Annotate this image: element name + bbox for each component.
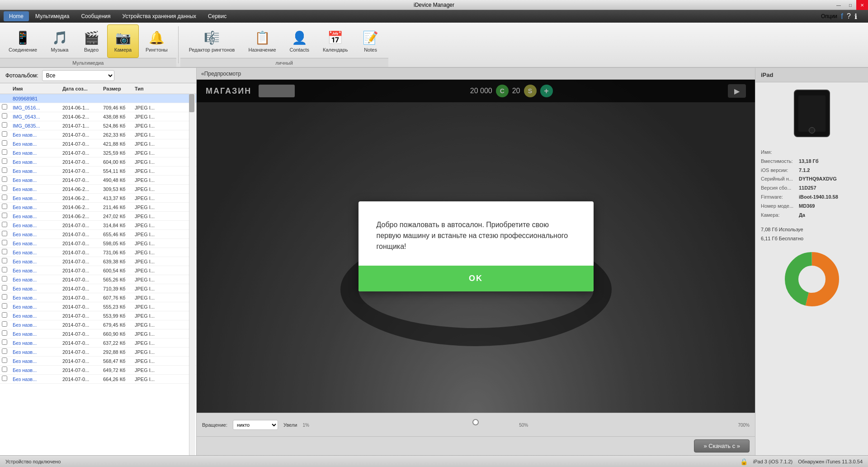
toolbar-btn-calendar[interactable]: 📅 Календарь bbox=[316, 24, 355, 58]
toolbar-btn-connection[interactable]: 📱 Соединение bbox=[2, 24, 44, 58]
check-9[interactable] bbox=[2, 186, 11, 192]
file-row[interactable]: Без назв... 2014-07-0... 604,00 Кб JPEG … bbox=[0, 157, 196, 167]
file-row-special[interactable]: 809968981 bbox=[0, 94, 196, 103]
cell-name-17: Без назв... bbox=[11, 259, 61, 264]
check-16[interactable] bbox=[2, 249, 11, 256]
check-25[interactable] bbox=[2, 330, 11, 337]
scroll-indicator[interactable] bbox=[189, 94, 195, 455]
file-row[interactable]: IMG_0516... 2014-06-1... 709,46 Кб JPEG … bbox=[0, 103, 196, 112]
col-name-header[interactable]: Имя bbox=[11, 86, 61, 91]
file-row[interactable]: Без назв... 2014-07-0... 664,26 Кб JPEG … bbox=[0, 375, 196, 384]
check-13[interactable] bbox=[2, 222, 11, 229]
file-row[interactable]: Без назв... 2014-07-0... 649,72 Кб JPEG … bbox=[0, 366, 196, 375]
download-button[interactable]: » Скачать с » bbox=[694, 439, 750, 453]
menu-multimedia[interactable]: Мультимедиа bbox=[30, 11, 75, 21]
file-row[interactable]: IMG_0835... 2014-07-1... 524,86 Кб JPEG … bbox=[0, 121, 196, 130]
file-row[interactable]: Без назв... 2014-07-0... 607,76 Кб JPEG … bbox=[0, 293, 196, 302]
ringtone-editor-label: Редактор рингтонов bbox=[189, 47, 235, 52]
file-row[interactable]: IMG_0543... 2014-06-2... 438,08 Кб JPEG … bbox=[0, 112, 196, 121]
check-28[interactable] bbox=[2, 357, 11, 364]
check-1[interactable] bbox=[2, 113, 11, 120]
menu-home[interactable]: Home bbox=[4, 11, 29, 21]
file-row[interactable]: Без назв... 2014-07-0... 731,06 Кб JPEG … bbox=[0, 248, 196, 257]
check-27[interactable] bbox=[2, 348, 11, 355]
zoom-thumb[interactable] bbox=[472, 419, 479, 425]
file-row[interactable]: Без назв... 2014-06-2... 413,37 Кб JPEG … bbox=[0, 194, 196, 203]
col-size-header[interactable]: Размер bbox=[101, 86, 133, 91]
check-3[interactable] bbox=[2, 131, 11, 138]
facebook-icon[interactable]: f bbox=[841, 12, 843, 21]
file-row[interactable]: Без назв... 2014-07-0... 710,39 Кб JPEG … bbox=[0, 284, 196, 293]
file-row[interactable]: Без назв... 2014-07-0... 679,45 Кб JPEG … bbox=[0, 320, 196, 329]
toolbar-btn-music[interactable]: 🎵 Музыка bbox=[44, 24, 75, 58]
check-6[interactable] bbox=[2, 158, 11, 165]
col-type-header[interactable]: Тип bbox=[133, 86, 160, 91]
menu-storage[interactable]: Устройства хранения данных bbox=[117, 11, 202, 21]
file-row[interactable]: Без назв... 2014-07-0... 637,22 Кб JPEG … bbox=[0, 338, 196, 348]
check-7[interactable] bbox=[2, 167, 11, 174]
file-row[interactable]: Без назв... 2014-07-0... 314,84 Кб JPEG … bbox=[0, 221, 196, 230]
check-29[interactable] bbox=[2, 367, 11, 373]
info-icon[interactable]: ℹ bbox=[854, 12, 857, 21]
file-row[interactable]: Без назв... 2014-06-2... 211,46 Кб JPEG … bbox=[0, 203, 196, 212]
check-21[interactable] bbox=[2, 294, 11, 301]
check-22[interactable] bbox=[2, 303, 11, 310]
file-row[interactable]: Без назв... 2014-07-0... 660,90 Кб JPEG … bbox=[0, 329, 196, 338]
check-12[interactable] bbox=[2, 213, 11, 219]
file-row[interactable]: Без назв... 2014-07-0... 421,88 Кб JPEG … bbox=[0, 139, 196, 148]
rotation-select[interactable]: никто bbox=[233, 420, 278, 430]
check-0[interactable] bbox=[2, 104, 11, 111]
dialog-ok-button[interactable]: OK bbox=[359, 266, 594, 291]
check-5[interactable] bbox=[2, 149, 11, 156]
toolbar-btn-ringtones[interactable]: 🔔 Рингтоны bbox=[139, 24, 175, 58]
col-date-header[interactable]: Дата соз... bbox=[61, 86, 101, 91]
toolbar-btn-assignment[interactable]: 📋 Назначение bbox=[241, 24, 283, 58]
file-row[interactable]: Без назв... 2014-06-2... 247,02 Кб JPEG … bbox=[0, 212, 196, 221]
check-10[interactable] bbox=[2, 195, 11, 201]
toolbar-btn-video[interactable]: 🎬 Видео bbox=[75, 24, 107, 58]
close-button[interactable]: ✕ bbox=[856, 0, 868, 10]
toolbar-btn-contacts[interactable]: 👤 Contacts bbox=[283, 24, 316, 58]
check-4[interactable] bbox=[2, 140, 11, 147]
toolbar-btn-ringtone-editor[interactable]: 🎼 Редактор рингтонов bbox=[182, 24, 242, 58]
check-2[interactable] bbox=[2, 122, 11, 129]
check-26[interactable] bbox=[2, 339, 11, 346]
file-row[interactable]: Без назв... 2014-07-0... 600,54 Кб JPEG … bbox=[0, 266, 196, 275]
file-list-container[interactable]: 809968981 IMG_0516... 2014-06-1... 709,4… bbox=[0, 94, 196, 455]
file-row[interactable]: Без назв... 2014-07-0... 639,38 Кб JPEG … bbox=[0, 257, 196, 266]
file-row[interactable]: Без назв... 2014-07-0... 490,48 Кб JPEG … bbox=[0, 176, 196, 185]
minimize-button[interactable]: — bbox=[833, 0, 844, 10]
file-row[interactable]: Без назв... 2014-07-0... 292,88 Кб JPEG … bbox=[0, 348, 196, 357]
check-23[interactable] bbox=[2, 312, 11, 319]
file-row[interactable]: Без назв... 2014-07-0... 565,26 Кб JPEG … bbox=[0, 275, 196, 284]
toolbar-btn-notes[interactable]: 📝 Notes bbox=[355, 24, 387, 58]
file-row[interactable]: Без назв... 2014-07-0... 568,47 Кб JPEG … bbox=[0, 357, 196, 366]
menu-service[interactable]: Сервис bbox=[203, 11, 232, 21]
check-19[interactable] bbox=[2, 276, 11, 283]
cell-date-11: 2014-06-2... bbox=[61, 205, 101, 210]
file-row[interactable]: Без назв... 2014-07-0... 325,59 Кб JPEG … bbox=[0, 148, 196, 157]
check-20[interactable] bbox=[2, 285, 11, 292]
check-8[interactable] bbox=[2, 176, 11, 183]
check-14[interactable] bbox=[2, 231, 11, 238]
file-row[interactable]: Без назв... 2014-07-0... 655,46 Кб JPEG … bbox=[0, 230, 196, 239]
help-icon[interactable]: ? bbox=[847, 12, 851, 20]
check-18[interactable] bbox=[2, 267, 11, 274]
menu-messages[interactable]: Сообщения bbox=[75, 11, 116, 21]
toolbar-btn-camera[interactable]: 📷 Камера bbox=[107, 24, 139, 58]
file-row[interactable]: Без назв... 2014-07-0... 598,05 Кб JPEG … bbox=[0, 239, 196, 248]
file-row[interactable]: Без назв... 2014-07-0... 262,33 Кб JPEG … bbox=[0, 130, 196, 139]
file-row[interactable]: Без назв... 2014-07-0... 554,11 Кб JPEG … bbox=[0, 167, 196, 176]
check-24[interactable] bbox=[2, 321, 11, 328]
file-row[interactable]: Без назв... 2014-07-0... 553,99 Кб JPEG … bbox=[0, 311, 196, 320]
scroll-thumb[interactable] bbox=[189, 94, 194, 112]
check-17[interactable] bbox=[2, 258, 11, 265]
album-select[interactable]: Все Camera Roll Photo Library bbox=[42, 70, 114, 81]
file-row[interactable]: Без назв... 2014-06-2... 309,53 Кб JPEG … bbox=[0, 185, 196, 194]
maximize-button[interactable]: □ bbox=[844, 0, 856, 10]
check-11[interactable] bbox=[2, 204, 11, 210]
check-30[interactable] bbox=[2, 376, 11, 382]
file-row[interactable]: Без назв... 2014-07-0... 555,23 Кб JPEG … bbox=[0, 302, 196, 311]
options-label[interactable]: Опции bbox=[821, 13, 837, 19]
check-15[interactable] bbox=[2, 240, 11, 247]
